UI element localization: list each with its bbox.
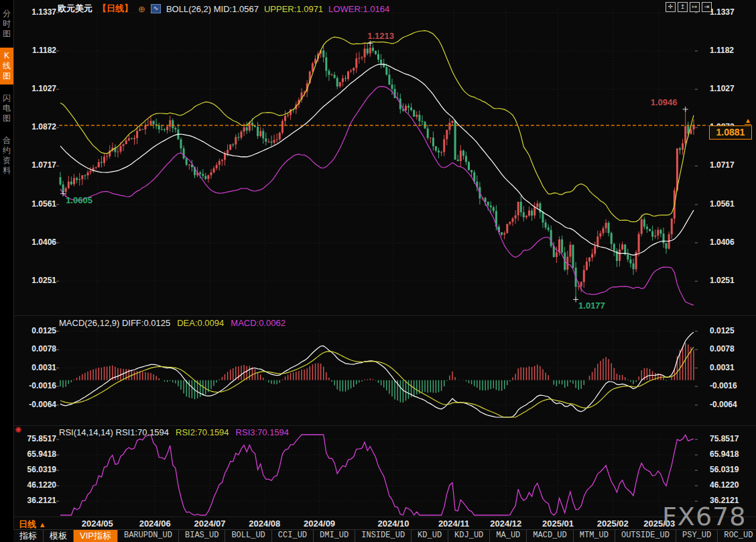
toolbar-tab-roc_ud[interactable]: ROC_UD (718, 530, 756, 542)
toolbar-tab-kd_ud[interactable]: KD_UD (412, 530, 448, 542)
date-axis-label: 2024/09 (298, 519, 341, 529)
date-axis-label: 2024/10 (372, 519, 415, 529)
toolbar-tab-outside_ud[interactable]: OUTSIDE_UD (615, 530, 676, 542)
macd-y-axis-label-right: 0.0031 (710, 363, 756, 372)
boll-lower-value: LOWER:1.0164 (328, 4, 389, 14)
rsi-y-axis-label-right: 46.1220 (710, 480, 756, 490)
crosshair-icon[interactable]: ✛ (666, 2, 676, 12)
main-y-axis-label-right: 1.1182 (710, 46, 756, 55)
left-sidebar: 分时图K线图闪电图合约资料 (0, 0, 14, 542)
main-y-axis-label-left: 1.0251 (19, 276, 56, 285)
last-price-tag: 1.0881 (709, 125, 752, 140)
sidebar-tab-item[interactable]: 闪电图 (0, 90, 13, 127)
main-y-axis-label-left: 1.0561 (19, 199, 56, 209)
macd-y-axis-label-right: 0.0078 (710, 344, 756, 354)
boll-mid-line (60, 64, 694, 256)
main-y-axis-label-right: 1.1337 (710, 7, 756, 17)
macd-y-axis-label-right: 0.0125 (710, 326, 756, 335)
add-indicator-icon[interactable]: ⊕ (138, 4, 145, 14)
main-y-axis-label-left: 1.1027 (19, 84, 56, 93)
toolbar-tab-inside_ud[interactable]: INSIDE_UD (355, 530, 412, 542)
macd-y-axis-label-left: 0.0078 (19, 344, 56, 354)
sidebar-tab-item[interactable]: 合约资料 (0, 132, 13, 179)
alarm-icon: ✺ (15, 425, 21, 435)
main-y-axis-label-left: 1.1182 (19, 46, 56, 55)
date-axis-label: 2025/02 (591, 519, 634, 529)
rsi2-value: RSI2:70.1594 (176, 427, 229, 437)
rsi-header: RSI(14,14,14) RSI1:70.1594 RSI2:70.1594 … (59, 427, 289, 437)
period-tag: 【日线】 (98, 3, 133, 15)
toolbar-tab-boll_ud[interactable]: BOLL_UD (225, 530, 271, 542)
rsi-y-axis-label-left: 46.1220 (19, 480, 56, 490)
date-axis-label: 2024/08 (243, 519, 286, 529)
price-annotation: 1.0605 (66, 195, 92, 205)
rsi-y-axis-label-right: 75.8517 (710, 434, 756, 443)
macd-y-axis-label-left: -0.0064 (19, 400, 56, 409)
symbol-title: 欧元美元 (58, 3, 92, 15)
main-y-axis-label-right: 1.0406 (710, 237, 756, 247)
period-expand-icon: ▲ (39, 521, 46, 529)
sidebar-tab-active[interactable]: K线图 (0, 48, 13, 85)
macd-y-axis-label-right: -0.0016 (710, 381, 756, 390)
toolbar-tab-macd_ud[interactable]: MACD_UD (527, 530, 573, 542)
price-annotation: 1.1213 (367, 31, 394, 41)
boll-lower-line (60, 87, 694, 305)
toolbar-tab-cci_ud[interactable]: CCI_UD (272, 530, 314, 542)
candlesticks (60, 44, 695, 300)
boll-upper-value: UPPER:1.0971 (264, 4, 323, 14)
main-y-axis-label-left: 1.0872 (19, 122, 56, 131)
price-annotation: 1.0177 (578, 301, 605, 311)
chart-canvas[interactable] (0, 0, 756, 542)
macd-y-axis-label-left: 0.0125 (19, 326, 56, 335)
macd-dea-value: DEA:0.0094 (177, 318, 224, 328)
pan-right-icon[interactable]: ⇥ (702, 2, 712, 12)
date-axis-label: 2024/12 (485, 519, 527, 529)
macd-title: MACD(26,12,9) DIFF:0.0125 (59, 318, 170, 328)
extreme-cross-marker (573, 297, 578, 303)
mini-chart-icon[interactable]: ∿ (151, 4, 161, 13)
toolbar-tab-psy_ud[interactable]: PSY_UD (676, 530, 718, 542)
price-annotation: 1.0946 (651, 97, 678, 107)
toolbar-tab-kdj_ud[interactable]: KDJ_UD (448, 530, 490, 542)
toolbar-tab-[interactable]: 指标 (13, 530, 44, 542)
date-axis-label: 2025/01 (536, 519, 579, 529)
toolbar-tab-mtm_ud[interactable]: MTM_UD (574, 530, 615, 542)
macd-y-axis-label-right: -0.0064 (710, 400, 756, 409)
period-label: 日线 (19, 519, 36, 529)
toolbar-tab-barupdn_ud[interactable]: BARUPDN_UD (118, 530, 179, 542)
macd-header: MACD(26,12,9) DIFF:0.0125 DEA:0.0094 MAC… (59, 318, 286, 328)
main-y-axis-label-right: 1.0717 (710, 160, 756, 170)
toolbar-tab-[interactable]: 模板 (44, 530, 74, 542)
scale-right-axis-icon[interactable]: ↦ (690, 2, 700, 12)
rsi-y-axis-label-left: 65.9418 (19, 449, 56, 459)
boll-mid-value: BOLL(26,2) MID:1.0567 (166, 4, 259, 14)
date-axis-label: 2024/11 (432, 519, 475, 529)
rsi-y-axis-label-right: 56.0319 (710, 465, 756, 474)
rsi-y-axis-label-left: 56.0319 (19, 465, 56, 474)
macd-macd-value: MACD:0.0062 (231, 318, 286, 328)
chart-header: 欧元美元 【日线】 ⊕ ∿ BOLL(26,2) MID:1.0567 UPPE… (58, 3, 389, 15)
rsi-y-axis-label-left: 36.2121 (19, 496, 56, 505)
toolbar-tab-vip[interactable]: VIP指标 (74, 530, 118, 542)
main-y-axis-label-left: 1.1337 (19, 7, 56, 17)
toolbar-tab-ma_ud[interactable]: MA_UD (490, 530, 527, 542)
toolbar-tab-bias_ud[interactable]: BIAS_UD (179, 530, 225, 542)
rsi-line (60, 435, 694, 515)
extreme-cross-marker (367, 41, 373, 46)
sidebar-tab-item[interactable]: 分时图 (0, 5, 13, 42)
indicator-toolbar: 指标模板VIP指标BARUPDN_UDBIAS_UDBOLL_UDCCI_UDD… (13, 529, 756, 542)
main-y-axis-label-right: 1.1027 (710, 84, 756, 93)
toolbar-tab-dmi_ud[interactable]: DMI_UD (314, 530, 355, 542)
rsi1-value: RSI(14,14,14) RSI1:70.1594 (59, 427, 169, 437)
price-arrow-marker: ▲ (745, 117, 751, 125)
chart-tool-buttons: ✛↥↦⇥ (666, 2, 712, 12)
macd-y-axis-label-left: 0.0031 (19, 363, 56, 372)
date-axis-label: 2024/05 (76, 519, 119, 529)
macd-dea-line (60, 347, 694, 418)
main-y-axis-label-left: 1.0406 (19, 237, 56, 247)
trading-app-window: 分时图K线图闪电图合约资料 欧元美元 【日线】 ⊕ ∿ BOLL(26,2) M… (0, 0, 756, 542)
main-y-axis-label-left: 1.0717 (19, 160, 56, 170)
scale-left-axis-icon[interactable]: ↥ (678, 2, 688, 12)
boll-upper-line (60, 31, 694, 222)
main-y-axis-label-right: 1.0561 (710, 199, 756, 209)
